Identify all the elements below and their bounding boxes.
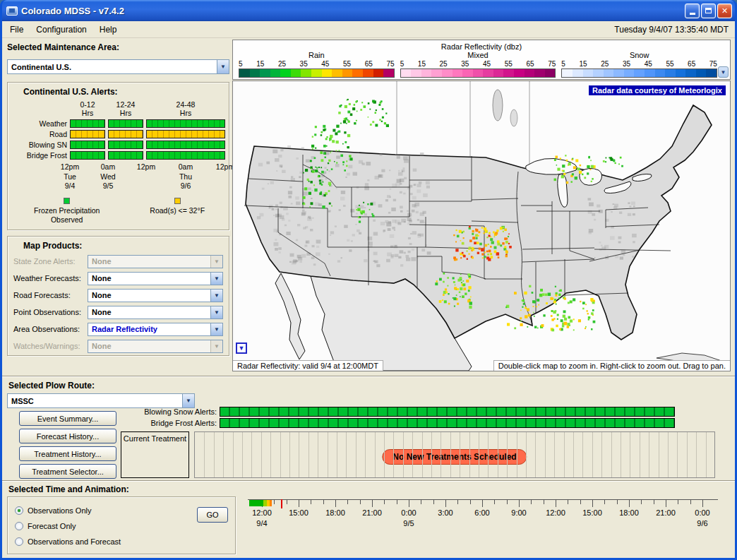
alerts-axis: 12pm0am12pm0am12pm (8, 162, 229, 172)
map-viewport[interactable]: Radar data courtesy of Meteorlogix ▼ Rad… (232, 81, 731, 371)
alerts-title: Continental U.S. Alerts: (8, 83, 229, 99)
alerts-axis-label: 12pm (137, 162, 155, 171)
map-product-row-weather-forecasts: Weather Forecasts:None▼ (8, 270, 229, 287)
legend-swatch (174, 198, 181, 204)
chevron-down-icon[interactable]: ▼ (210, 323, 222, 335)
titlebar[interactable]: Colorado MDSS - v7.4.2 ✕ (2, 0, 735, 21)
menu-item-file[interactable]: File (4, 22, 30, 37)
alerts-axis-label: 12pm (61, 162, 79, 171)
maximize-icon (705, 8, 712, 13)
alerts-panel: Continental U.S. Alerts: 0-12Hrs12-24Hrs… (7, 82, 229, 230)
alert-bar (108, 141, 143, 149)
treatment-timeline[interactable]: No New Treatments Scheduled (194, 431, 715, 478)
combo-state-zone-alerts: None▼ (88, 255, 223, 268)
alerts-axis-label: 0am (101, 162, 115, 171)
time-ruler[interactable]: 12:0015:0018:0021:000:003:006:009:0012:0… (248, 499, 718, 539)
combo-weather-forecasts[interactable]: None▼ (88, 272, 223, 285)
menu-item-help[interactable]: Help (93, 22, 124, 37)
ruler-date-label: 9/6 (697, 519, 707, 528)
alerts-column-header: 24-48Hrs (146, 100, 225, 117)
radar-groups: Rain515253545556575Mixed515253545556575S… (233, 51, 730, 78)
treatment-selector-button[interactable]: Treatment Selector... (19, 464, 116, 479)
radar-scale-ticks: 515253545556575 (239, 60, 395, 68)
treatment-history-button[interactable]: Treatment History... (19, 446, 116, 461)
radio-forecast-only[interactable]: Forecast Only (15, 518, 121, 534)
menu-items: FileConfigurationHelp (4, 22, 123, 37)
alert-bar (70, 119, 105, 128)
radar-scale-snow: Snow515253545556575 (561, 51, 717, 78)
radio-dot[interactable] (15, 537, 23, 546)
radar-scale-rain: Rain515253545556575 (239, 51, 395, 78)
ruler-hour-label: 9:00 (511, 508, 526, 517)
bridge-frost-alerts-bar (220, 418, 675, 428)
alerts-columns: 0-12Hrs12-24Hrs24-48Hrs (70, 100, 229, 117)
maintenance-area-value: Continental U.S. (8, 63, 217, 71)
map-status-text: Radar Reflectivity: valid 9/4 at 12:00MD… (233, 360, 383, 371)
maximize-button[interactable] (701, 4, 716, 18)
ruler-hour-label: 15:00 (289, 508, 308, 517)
alert-bar (70, 130, 105, 138)
map-hint-text: Double-click map to zoom in. Right-click… (493, 360, 730, 371)
alert-row-bridge-frost: Bridge Frost (8, 151, 229, 160)
alerts-column-header: 0-12Hrs (70, 100, 105, 117)
radar-legend-strip: Radar Reflectivity (dbz) Rain51525354555… (232, 40, 731, 80)
alert-row-weather: Weather (8, 119, 229, 128)
radar-scale-label: Rain (239, 51, 395, 60)
ruler-hour-label: 18:00 (325, 508, 345, 517)
radio-dot[interactable] (15, 506, 23, 515)
ruler-hour-label: 12:00 (546, 508, 565, 517)
close-icon: ✕ (721, 6, 728, 16)
go-button[interactable]: GO (197, 507, 228, 523)
alerts-day-label: Wed9/5 (100, 172, 115, 190)
maintenance-area-combo[interactable]: Continental U.S. ▼ (7, 59, 229, 74)
no-treatments-pill: No New Treatments Scheduled (382, 449, 527, 465)
current-treatment-box: Current Treatment (121, 431, 189, 478)
plow-route-value: MSSC (8, 397, 182, 405)
combo-point-observations[interactable]: None▼ (88, 306, 223, 319)
alert-bar (146, 119, 225, 128)
alert-bar (146, 141, 225, 149)
alerts-day-label: Tue9/4 (64, 172, 76, 190)
menu-item-configuration[interactable]: Configuration (30, 22, 92, 37)
legend-scroll-down-button[interactable]: ▼ (718, 66, 729, 78)
time-panel: Selected Time and Animation: Observation… (2, 480, 735, 558)
chevron-down-icon[interactable]: ▼ (210, 290, 222, 302)
alert-bar (70, 141, 105, 149)
forecast-history-button[interactable]: Forecast History... (19, 429, 116, 443)
ruler-hour-label: 6:00 (474, 508, 489, 517)
radar-scale-mixed: Mixed515253545556575 (400, 51, 556, 78)
plow-alert-row: Blowing Snow Alerts: (126, 406, 675, 417)
alerts-legend: Frozen PrecipitationObservedRoad(s) <= 3… (8, 198, 229, 225)
us-map (233, 81, 730, 371)
alerts-days: Tue9/4Wed9/5Thu9/6 (8, 172, 229, 191)
chevron-down-icon[interactable]: ▼ (210, 306, 222, 318)
radio-observations-only[interactable]: Observations Only (15, 503, 121, 518)
close-button[interactable]: ✕ (717, 4, 732, 18)
chevron-down-icon[interactable]: ▼ (217, 60, 229, 73)
map-collapse-button[interactable]: ▼ (236, 342, 247, 354)
current-time-marker[interactable] (281, 499, 282, 508)
combo-road-forecasts[interactable]: None▼ (88, 289, 223, 302)
alert-bar (108, 130, 143, 138)
plow-title: Selected Plow Route: (8, 381, 95, 391)
alerts-axis-label: 0am (179, 162, 193, 171)
legend-swatch (64, 198, 70, 204)
ruler-hour-label: 0:00 (695, 508, 709, 517)
ruler-hour-label: 21:00 (656, 508, 676, 517)
radar-scale-label: Mixed (400, 51, 556, 60)
blowing-snow-alerts-bar (220, 407, 675, 417)
current-treatment-label: Current Treatment (124, 434, 186, 443)
radar-scale-ticks: 515253545556575 (561, 60, 717, 68)
radio-observations-and-forecast[interactable]: Observations and Forecast (15, 534, 121, 549)
plow-alerts: Blowing Snow Alerts:Bridge Frost Alerts: (126, 406, 675, 429)
radio-dot[interactable] (15, 522, 23, 530)
event-summary-button[interactable]: Event Summary... (19, 411, 116, 426)
combo-area-observations[interactable]: Radar Reflectivity▼ (88, 323, 223, 336)
minimize-button[interactable] (685, 4, 700, 18)
alert-bar (146, 130, 225, 138)
map-product-row-area-observations: Area Observations:Radar Reflectivity▼ (8, 321, 229, 338)
map-products-rows: State Zone Alerts:None▼Weather Forecasts… (8, 253, 229, 355)
chevron-down-icon[interactable]: ▼ (210, 273, 222, 285)
alert-row-road: Road (8, 130, 229, 138)
map-product-row-state-zone-alerts: State Zone Alerts:None▼ (8, 253, 229, 270)
